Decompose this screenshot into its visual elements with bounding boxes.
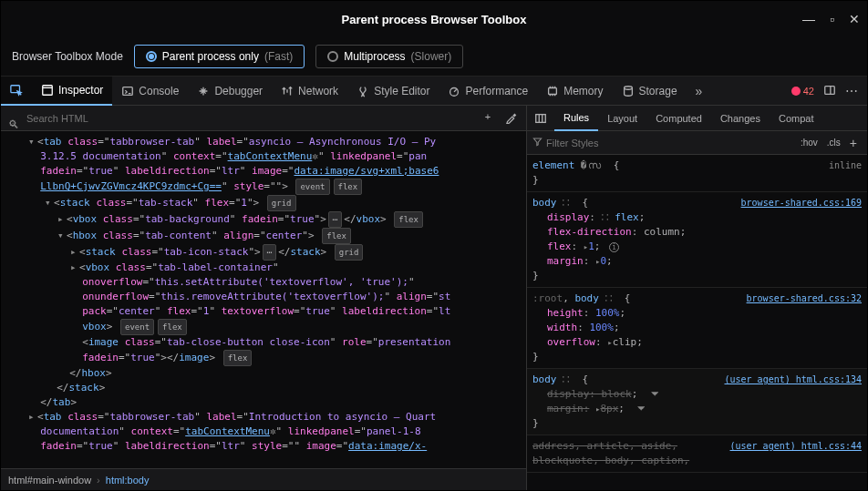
svg-rect-4 — [549, 87, 557, 94]
tab-compat[interactable]: Compat — [770, 106, 823, 131]
radio-icon — [327, 51, 338, 62]
tab-storage[interactable]: Storage — [613, 77, 687, 106]
filter-styles-input[interactable] — [542, 138, 796, 148]
svg-rect-7 — [536, 114, 546, 122]
svg-rect-1 — [43, 85, 53, 95]
svg-rect-2 — [123, 87, 133, 95]
search-icon: 🔍︎ — [8, 118, 19, 131]
mode-label: Browser Toolbox Mode — [12, 50, 123, 63]
cls-toggle[interactable]: .cls — [822, 138, 845, 148]
markup-panel: 🔍︎ + ▾<tab class="tabbrowser-tab" label=… — [1, 106, 527, 490]
crumb-html[interactable]: html#main-window — [8, 475, 91, 486]
pick-element-button[interactable] — [1, 77, 32, 106]
meatball-menu-button[interactable]: ⋯ — [845, 84, 858, 98]
close-button[interactable]: ✕ — [849, 12, 860, 26]
error-count-badge[interactable]: 42 — [791, 86, 814, 97]
maximize-button[interactable]: ▫ — [830, 12, 834, 26]
crumb-body[interactable]: html:body — [106, 475, 150, 486]
titlebar: Parent process Browser Toolbox — ▫ ✕ — [1, 1, 867, 37]
mode-multiprocess[interactable]: Multiprocess (Slower) — [315, 45, 463, 68]
dom-tree[interactable]: ▾<tab class="tabbrowser-tab" label="asyn… — [1, 131, 526, 468]
minimize-button[interactable]: — — [802, 12, 815, 26]
tab-layout[interactable]: Layout — [598, 106, 646, 131]
add-node-button[interactable]: + — [479, 111, 497, 126]
chevron-right-icon: › — [97, 475, 100, 486]
tab-performance[interactable]: Performance — [439, 77, 537, 106]
error-icon — [791, 87, 801, 96]
tab-console[interactable]: Console — [112, 77, 188, 106]
search-html-input[interactable] — [1, 113, 160, 124]
mode-parent-process[interactable]: Parent process only (Fast) — [134, 45, 305, 68]
devtools-toolbar: Inspector Console Debugger Network Style… — [1, 77, 867, 106]
mode-bar: Browser Toolbox Mode Parent process only… — [1, 37, 867, 77]
tab-memory[interactable]: Memory — [537, 77, 612, 106]
radio-icon — [146, 51, 157, 62]
hov-toggle[interactable]: :hov — [796, 138, 822, 148]
svg-point-5 — [624, 86, 632, 89]
rules-panel: Rules Layout Computed Changes Compat :ho… — [527, 106, 867, 490]
filter-icon — [532, 137, 542, 148]
tab-network[interactable]: Network — [272, 77, 347, 106]
tab-style-editor[interactable]: Style Editor — [347, 77, 439, 106]
window-title: Parent process Browser Toolbox — [342, 13, 527, 26]
svg-rect-6 — [825, 86, 835, 94]
tab-inspector[interactable]: Inspector — [32, 77, 112, 106]
breadcrumb[interactable]: html#main-window › html:body — [1, 468, 526, 490]
toggle-3pane-button[interactable] — [527, 106, 554, 131]
dock-button[interactable] — [823, 84, 836, 98]
more-tools-button[interactable]: » — [687, 77, 712, 106]
add-rule-button[interactable]: + — [845, 136, 862, 150]
tab-rules[interactable]: Rules — [554, 106, 598, 131]
tab-debugger[interactable]: Debugger — [188, 77, 272, 106]
eyedropper-button[interactable] — [502, 111, 521, 126]
tab-computed[interactable]: Computed — [646, 106, 711, 131]
tab-changes[interactable]: Changes — [711, 106, 770, 131]
